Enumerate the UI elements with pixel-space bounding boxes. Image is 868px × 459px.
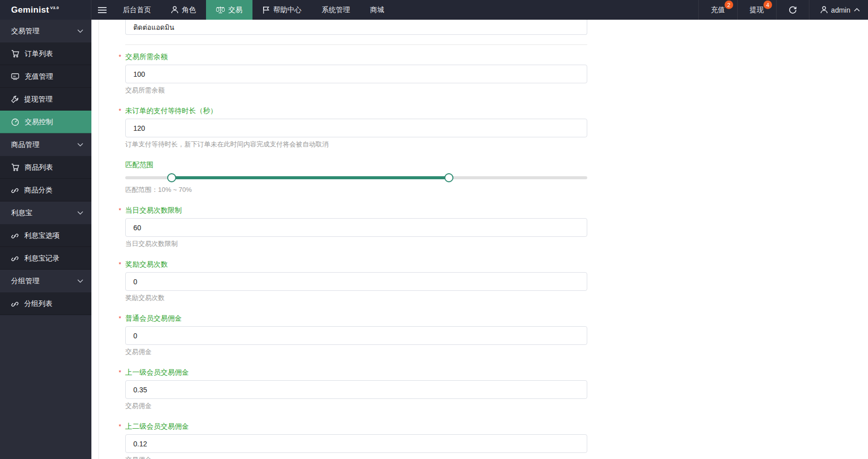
field-label: 匹配范围: [125, 161, 154, 169]
username: admin: [831, 6, 850, 14]
sidebar-item-group-list[interactable]: 分组列表: [0, 292, 91, 315]
required-balance-input[interactable]: [125, 65, 587, 83]
chevron-down-icon: [77, 211, 83, 215]
field-daily-trade-limit: * 当日交易次数限制 当日交易次数限制: [125, 205, 587, 248]
field-payment-wait-time: * 未订单的支付等待时长（秒） 订单支付等待时长，新下订单未在此时间内容完成支付…: [125, 106, 587, 148]
field-label: 上一级会员交易佣金: [125, 368, 189, 376]
logo: GeministV3.0: [0, 0, 91, 20]
field-label: 普通会员交易佣金: [125, 314, 182, 322]
field-label: 上二级会员交易佣金: [125, 422, 189, 430]
field-normal-member-commission: * 普通会员交易佣金 交易佣金: [125, 313, 587, 356]
link-icon: [11, 232, 19, 239]
reward-trade-count-input[interactable]: [125, 272, 587, 291]
cart-icon: [11, 164, 19, 171]
sidebar-item-interest-records[interactable]: 利息宝记录: [0, 247, 91, 270]
required-asterisk: *: [119, 206, 121, 216]
sidebar: 交易管理 订单列表 充值管理 提现管理 交易控制 商品管理: [0, 20, 91, 459]
field-helper: 交易佣金: [125, 402, 587, 410]
level2-commission-input[interactable]: [125, 434, 587, 453]
link-icon: [11, 300, 19, 308]
cart-icon: [11, 50, 19, 58]
sidebar-group-trade-management[interactable]: 交易管理: [0, 20, 91, 42]
flag-icon: [263, 6, 270, 14]
field-match-range: 匹配范围 匹配范围：10% ~ 70%: [125, 160, 587, 194]
recharge-button[interactable]: 充值 2: [698, 0, 737, 20]
match-range-slider[interactable]: [125, 173, 587, 183]
topbar-right: 充值 2 提现 4 admin: [698, 0, 868, 20]
field-helper: 当日交易次数限制: [125, 240, 587, 248]
card-icon: [11, 73, 19, 80]
nav-item-mall[interactable]: 商城: [360, 0, 394, 20]
required-asterisk: *: [119, 314, 121, 324]
sidebar-item-product-category[interactable]: 商品分类: [0, 179, 91, 201]
recharge-badge: 2: [725, 1, 733, 9]
chevron-up-icon: [854, 8, 860, 12]
sidebar-group-interest-treasure[interactable]: 利息宝: [0, 201, 91, 224]
settings-form: ติดต่อแอดมิน * 交易所需余额 交易所需余额 * 未订单的支付等待时…: [125, 20, 587, 459]
refresh-icon: [789, 6, 797, 14]
field-reward-trade-count: * 奖励交易次数 奖励交易次数: [125, 259, 587, 302]
chevron-down-icon: [77, 143, 83, 146]
nav-item-roles[interactable]: 角色: [161, 0, 206, 20]
withdraw-button[interactable]: 提现 4: [737, 0, 776, 20]
link-icon: [11, 186, 19, 194]
sidebar-toggle-button[interactable]: [91, 0, 113, 20]
field-helper: 交易佣金: [125, 456, 587, 459]
field-helper: 订单支付等待时长，新下订单未在此时间内容完成支付将会被自动取消: [125, 140, 587, 148]
sidebar-item-trade-control[interactable]: 交易控制: [0, 111, 91, 133]
chevron-down-icon: [77, 279, 83, 283]
gauge-icon: [11, 118, 19, 126]
required-asterisk: *: [119, 106, 121, 116]
daily-trade-limit-input[interactable]: [125, 218, 587, 237]
required-asterisk: *: [119, 368, 121, 378]
sidebar-group-product-management[interactable]: 商品管理: [0, 133, 91, 156]
topbar: GeministV3.0 后台首页 角色 交易 帮助中心: [0, 0, 868, 20]
contact-admin-input[interactable]: ติดต่อแอดมิน: [125, 20, 587, 35]
hamburger-icon: [98, 7, 107, 14]
required-asterisk: *: [119, 52, 121, 62]
field-helper: 奖励交易次数: [125, 294, 587, 302]
field-required-balance: * 交易所需余额 交易所需余额: [125, 52, 587, 94]
normal-member-commission-input[interactable]: [125, 326, 587, 345]
field-level2-commission: * 上二级会员交易佣金 交易佣金: [125, 421, 587, 459]
logo-text: Geminist: [11, 5, 49, 15]
field-label: 未订单的支付等待时长（秒）: [125, 107, 217, 115]
field-level1-commission: * 上一级会员交易佣金 交易佣金: [125, 367, 587, 410]
refresh-button[interactable]: [776, 0, 809, 20]
logo-version: V3.0: [50, 6, 59, 10]
user-icon: [821, 6, 828, 14]
person-icon: [171, 6, 178, 14]
field-helper: 交易所需余额: [125, 86, 587, 94]
sidebar-item-product-list[interactable]: 商品列表: [0, 156, 91, 179]
field-helper: 交易佣金: [125, 348, 587, 356]
slider-handle-min[interactable]: [167, 173, 176, 182]
field-label: 当日交易次数限制: [125, 206, 182, 214]
scales-icon: [216, 6, 225, 14]
nav-item-dashboard[interactable]: 后台首页: [113, 0, 161, 20]
slider-handle-max[interactable]: [444, 173, 453, 182]
sidebar-item-withdraw-management[interactable]: 提现管理: [0, 88, 91, 111]
field-helper: 匹配范围：10% ~ 70%: [125, 186, 587, 194]
sidebar-item-interest-options[interactable]: 利息宝选项: [0, 224, 91, 247]
required-asterisk: *: [119, 260, 121, 270]
nav-item-system[interactable]: 系统管理: [312, 0, 360, 20]
payment-wait-time-input[interactable]: [125, 119, 587, 137]
nav-item-trade[interactable]: 交易: [206, 0, 252, 20]
main-content: ติดต่อแอดมิน * 交易所需余额 交易所需余额 * 未订单的支付等待时…: [91, 20, 868, 459]
section-divider: [125, 44, 587, 45]
withdraw-badge: 4: [763, 1, 772, 9]
sidebar-item-order-list[interactable]: 订单列表: [0, 42, 91, 65]
level1-commission-input[interactable]: [125, 380, 587, 399]
nav-item-help-center[interactable]: 帮助中心: [252, 0, 312, 20]
link-icon: [11, 254, 19, 262]
chevron-down-icon: [77, 29, 83, 33]
field-label: 交易所需余额: [125, 53, 168, 61]
required-asterisk: *: [119, 422, 121, 432]
sidebar-group-group-management[interactable]: 分组管理: [0, 270, 91, 292]
slider-fill: [172, 176, 449, 179]
sidebar-item-recharge-management[interactable]: 充值管理: [0, 65, 91, 88]
user-menu[interactable]: admin: [809, 0, 868, 20]
top-nav: 后台首页 角色 交易 帮助中心 系统管理 商城: [113, 0, 394, 20]
tool-icon: [11, 95, 19, 103]
form-panel: ติดต่อแอดมิน * 交易所需余额 交易所需余额 * 未订单的支付等待时…: [98, 20, 868, 459]
